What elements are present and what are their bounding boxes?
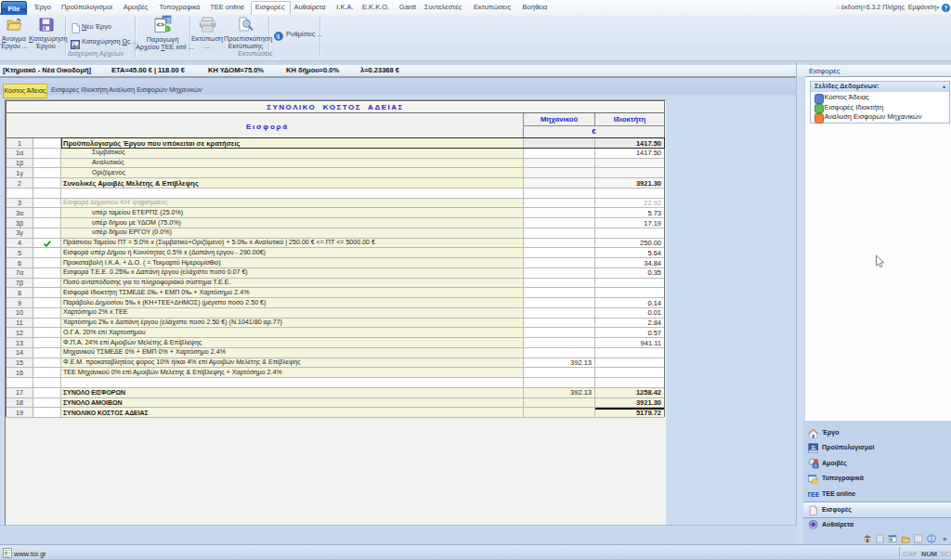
svg-text:ΤΕΕ: ΤΕΕ	[808, 490, 819, 499]
svg-text:<>: <>	[156, 21, 163, 29]
svg-text:?: ?	[944, 4, 948, 10]
svg-text:»: »	[943, 535, 947, 543]
svg-text:Σ: Σ	[811, 444, 815, 451]
svg-text:i: i	[278, 33, 280, 40]
